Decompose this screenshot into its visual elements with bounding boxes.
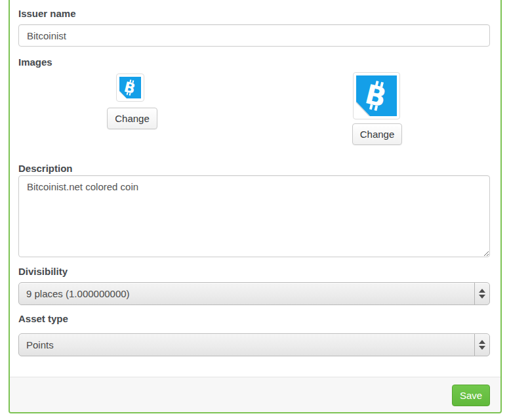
asset-type-select[interactable]: Points xyxy=(18,333,490,356)
asset-edit-panel: Issuer name Images B Change xyxy=(9,0,502,413)
description-label: Description xyxy=(18,163,73,174)
images-label: Images xyxy=(18,56,52,68)
issuer-name-label: Issuer name xyxy=(18,8,76,19)
change-image-large-button[interactable]: Change xyxy=(352,123,402,145)
arrow-up-icon xyxy=(479,289,485,293)
up-down-arrows-icon xyxy=(474,283,489,304)
arrow-down-icon xyxy=(479,295,485,299)
change-image-small-button[interactable]: Change xyxy=(107,108,157,129)
arrow-up-icon xyxy=(479,340,485,344)
up-down-arrows-icon xyxy=(474,334,489,356)
divisibility-selected-value: 9 places (1.000000000) xyxy=(19,283,474,304)
description-textarea[interactable]: Bitcoinist.net colored coin xyxy=(18,175,490,257)
bitcoin-logo-icon: B xyxy=(119,77,141,98)
save-button[interactable]: Save xyxy=(452,385,490,406)
asset-image-large-thumbnail[interactable]: B xyxy=(353,72,400,119)
arrow-down-icon xyxy=(479,346,485,350)
bitcoin-logo-icon: B xyxy=(356,75,397,116)
panel-footer: Save xyxy=(10,377,500,412)
divisibility-label: Divisibility xyxy=(18,266,68,277)
divisibility-select[interactable]: 9 places (1.000000000) xyxy=(18,282,490,305)
asset-type-selected-value: Points xyxy=(19,334,474,356)
asset-type-label: Asset type xyxy=(18,313,68,324)
issuer-name-input[interactable] xyxy=(18,24,490,47)
asset-image-small-thumbnail[interactable]: B xyxy=(116,74,144,102)
